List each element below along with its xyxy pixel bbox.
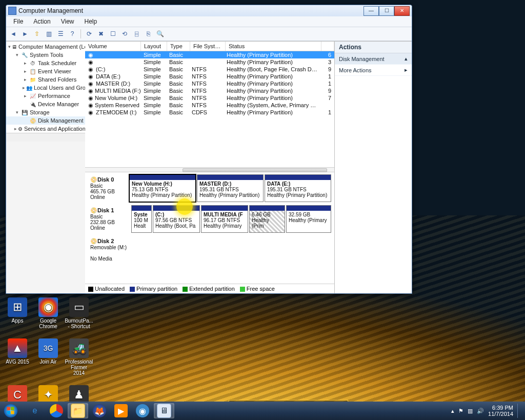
actions-more[interactable]: More Actions▸ — [335, 65, 412, 76]
tree-node[interactable]: ▸⚙Services and Applications — [6, 125, 85, 133]
desktop-icon[interactable]: ▭BurnoutPa... - Shortcut — [65, 297, 93, 329]
refresh-button[interactable]: ⟳ — [84, 29, 94, 39]
desktop-icon[interactable]: ⊞Apps — [3, 297, 32, 329]
partition[interactable]: Syste100 MHealt — [131, 205, 152, 233]
taskbar-compmgmt[interactable]: 🖥 — [154, 403, 174, 418]
legend-primary: Primary partition — [136, 286, 177, 292]
col-fs[interactable]: File System — [190, 42, 226, 51]
desktop-icon[interactable]: 🚜Professional Farmer 2014 — [65, 338, 93, 376]
up-button[interactable]: ⇧ — [32, 29, 42, 39]
show-desktop-button[interactable] — [517, 404, 522, 418]
tray-flag-icon[interactable]: ⚑ — [458, 408, 463, 414]
volume-row[interactable]: ◉MASTER (D:)SimpleBasicNTFSHealthy (Prim… — [85, 80, 334, 87]
tree-node[interactable]: ▸👥Local Users and Groups — [6, 84, 85, 92]
splitter[interactable] — [85, 167, 334, 172]
taskbar-explorer[interactable]: 📁 — [68, 403, 88, 418]
col-cap[interactable] — [321, 42, 334, 51]
col-layout[interactable]: Layout — [141, 42, 167, 51]
volume-row[interactable]: ◉SimpleBasicHealthy (Primary Partition)3 — [85, 58, 334, 66]
properties-button[interactable]: ☰ — [55, 29, 66, 39]
volume-row[interactable]: ◉SimpleBasicHealthy (Primary Partition)6 — [85, 51, 334, 58]
partition[interactable]: DATA (E:)195.31 GB NTFSHealthy (Primary … — [265, 174, 331, 202]
tree-node[interactable]: ▸📋Event Viewer — [6, 67, 85, 75]
tray-overflow-icon[interactable]: ▴ — [451, 408, 454, 414]
menu-help[interactable]: Help — [80, 17, 102, 26]
taskbar-app1[interactable]: ◉ — [132, 403, 153, 418]
start-button[interactable] — [3, 403, 24, 418]
center-pane: Volume Layout Type File System Status ◉S… — [85, 42, 334, 293]
partition[interactable]: 6.46 GBHealthy (Prim — [249, 205, 285, 233]
disk-row: 📀Disk 2Removable (M:)No Media — [88, 236, 331, 264]
volume-list-header[interactable]: Volume Layout Type File System Status — [85, 42, 334, 51]
col-volume[interactable]: Volume — [85, 42, 141, 51]
toolbar: ◄ ► ⇧ ▥ ☰ ? ⟳ ✖ ☐ ⟲ ⌸ ⎘ 🔍 — [6, 27, 412, 41]
taskbar-firefox[interactable]: 🦊 — [89, 403, 110, 418]
menu-action[interactable]: Action — [29, 17, 54, 26]
volume-row[interactable]: ◉New Volume (H:)SimpleBasicNTFSHealthy (… — [85, 94, 334, 102]
clock[interactable]: 6:39 PM 11/7/2014 — [488, 405, 513, 417]
maximize-button[interactable]: ☐ — [379, 6, 394, 16]
disk-map[interactable]: 📀Disk 0Basic465.76 GBOnlineNew Volume (H… — [85, 172, 334, 284]
taskbar[interactable]: e 📁 🦊 ▶ ◉ 🖥 ▴ ⚑ ▥ 🔊 6:39 PM 11/7/2014 — [0, 402, 525, 420]
menu-file[interactable]: File — [9, 17, 27, 26]
volume-list[interactable]: ◉SimpleBasicHealthy (Primary Partition)6… — [85, 51, 334, 167]
volume-row[interactable]: ◉(C:)SimpleBasicNTFSHealthy (Boot, Page … — [85, 66, 334, 73]
desktop-icon[interactable]: ◉Google Chrome — [34, 297, 63, 329]
col-type[interactable]: Type — [167, 42, 190, 51]
attach-button[interactable]: ⌸ — [131, 29, 142, 39]
actions-pane: Actions Disk Management▴ More Actions▸ — [334, 42, 412, 293]
partition[interactable]: New Volume (H:)75.13 GB NTFSHealthy (Pri… — [129, 174, 196, 202]
detach-button[interactable]: ⎘ — [143, 29, 153, 39]
desktop-icon[interactable]: ▲AVG 2015 — [3, 338, 32, 376]
tree-node[interactable]: 🔌Device Manager — [6, 100, 85, 108]
back-button[interactable]: ◄ — [8, 29, 18, 39]
tree-node[interactable]: ▸📈Performance — [6, 92, 85, 100]
window-title: Computer Management — [18, 7, 364, 14]
tree-node[interactable]: ▾🖥Computer Management (Local — [6, 43, 85, 51]
rescan-button[interactable]: ⟲ — [119, 29, 130, 39]
navigation-tree[interactable]: ▾🖥Computer Management (Local▾🔧System Too… — [6, 42, 86, 133]
volume-row[interactable]: ◉System ReservedSimpleBasicNTFSHealthy (… — [85, 102, 334, 109]
volume-row[interactable]: ◉DATA (E:)SimpleBasicNTFSHealthy (Primar… — [85, 73, 334, 80]
svg-rect-2 — [11, 407, 14, 411]
titlebar[interactable]: Computer Management — ☐ ✕ — [6, 5, 412, 16]
system-tray[interactable]: ▴ ⚑ ▥ 🔊 6:39 PM 11/7/2014 — [451, 404, 522, 418]
show-hide-tree-button[interactable]: ▥ — [44, 29, 54, 39]
help-button[interactable]: ? — [67, 29, 77, 39]
partition[interactable]: 32.59 GBHealthy (Primary — [286, 205, 331, 233]
legend: Unallocated Primary partition Extended p… — [85, 284, 334, 293]
delete-button[interactable]: ✖ — [96, 29, 106, 39]
forward-button[interactable]: ► — [20, 29, 30, 39]
desktop-icon[interactable]: 3GJoin Air — [34, 338, 63, 376]
menu-view[interactable]: View — [57, 17, 78, 26]
actions-context[interactable]: Disk Management▴ — [335, 53, 412, 65]
volume-row[interactable]: ◉ZTEMODEM (I:)SimpleBasicCDFSHealthy (Pr… — [85, 109, 334, 116]
disk-label[interactable]: 📀Disk 2Removable (M:)No Media — [88, 236, 131, 264]
disk-label[interactable]: 📀Disk 1Basic232.88 GBOnline — [88, 205, 131, 233]
taskbar-ie[interactable]: e — [25, 403, 45, 418]
taskbar-chrome[interactable] — [46, 403, 67, 418]
collapse-icon: ▴ — [405, 55, 408, 62]
volume-row[interactable]: ◉MULTI MEDIA (F:)SimpleBasicNTFSHealthy … — [85, 87, 334, 94]
col-status[interactable]: Status — [226, 42, 321, 51]
close-button[interactable]: ✕ — [394, 6, 410, 16]
tree-node[interactable]: 📀Disk Management — [6, 116, 85, 125]
tree-scrollbar[interactable] — [6, 133, 85, 142]
svg-rect-4 — [11, 411, 14, 414]
tray-network-icon[interactable]: ▥ — [468, 408, 473, 414]
tree-node[interactable]: ▸⏱Task Scheduler — [6, 59, 85, 67]
minimize-button[interactable]: — — [364, 6, 379, 16]
tray-volume-icon[interactable]: 🔊 — [477, 408, 484, 414]
partition[interactable]: MULTI MEDIA (F96.17 GB NTFSHealthy (Prim… — [201, 205, 248, 233]
tree-node[interactable]: ▾🔧System Tools — [6, 51, 85, 59]
partition[interactable]: MASTER (D:)195.31 GB NTFSHealthy (Primar… — [197, 174, 264, 202]
tree-node[interactable]: ▾💾Storage — [6, 108, 85, 116]
disk-row: 📀Disk 0Basic465.76 GBOnlineNew Volume (H… — [88, 174, 331, 202]
menubar: File Action View Help — [6, 16, 412, 27]
taskbar-wmp[interactable]: ▶ — [111, 403, 131, 418]
tree-node[interactable]: ▸📁Shared Folders — [6, 75, 85, 84]
partition[interactable]: (C:)97.56 GB NTFSHealthy (Boot, Pa — [153, 205, 200, 233]
create-button[interactable]: ☐ — [108, 29, 118, 39]
query-button[interactable]: 🔍 — [155, 29, 165, 39]
disk-label[interactable]: 📀Disk 0Basic465.76 GBOnline — [88, 174, 129, 202]
